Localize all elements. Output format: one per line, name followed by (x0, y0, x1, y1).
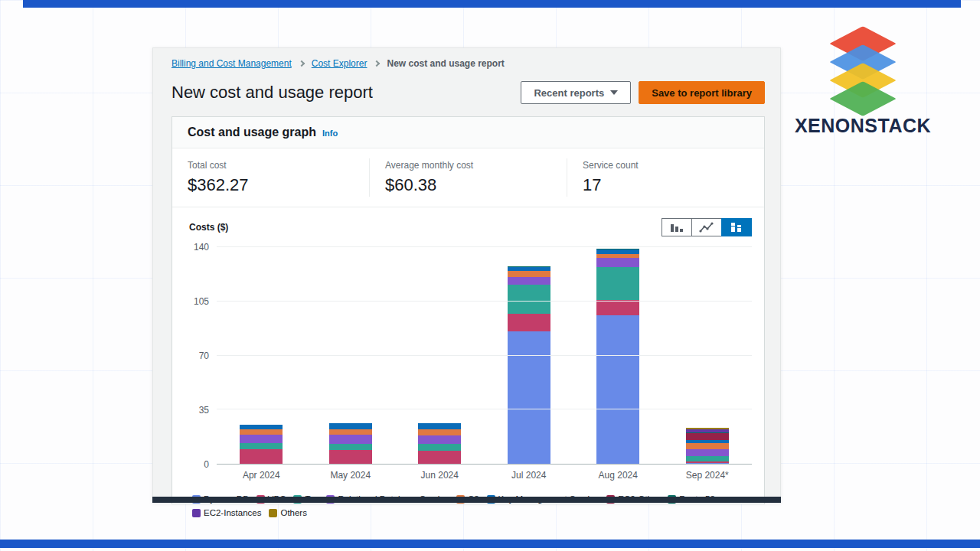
bar-segment (686, 443, 729, 449)
legend-item[interactable]: EC2-Instances (192, 508, 261, 517)
caret-down-icon (610, 90, 618, 95)
y-axis: 03570105140 (181, 247, 217, 465)
stat-total-cost: Total cost $362.27 (172, 158, 369, 197)
bar-segment (596, 267, 639, 299)
bar-segment (418, 423, 461, 429)
y-tick-label: 0 (204, 459, 209, 470)
bar-chart-toggle-button[interactable] (662, 218, 692, 236)
gridline (217, 301, 752, 302)
y-tick-label: 70 (199, 350, 209, 361)
bar-cell (395, 247, 485, 464)
bar-cell (573, 247, 663, 464)
bar-segment (329, 444, 372, 450)
stacked-bar-aug-2024[interactable] (596, 247, 639, 464)
legend-label: EC2-Instances (204, 508, 261, 517)
console-screenshot: Billing and Cost Management Cost Explore… (152, 47, 781, 503)
bar-segment (686, 433, 729, 440)
page-title: New cost and usage report (172, 83, 373, 103)
panel-header: Cost and usage graph Info (172, 117, 764, 148)
recent-reports-button[interactable]: Recent reports (521, 81, 631, 104)
cost-usage-panel: Cost and usage graph Info Total cost $36… (172, 116, 765, 504)
breadcrumb-current-page: New cost and usage report (387, 58, 504, 69)
bar-segment (240, 443, 283, 449)
logo-layer-green (829, 81, 897, 116)
bar-segment (508, 285, 550, 314)
save-to-report-library-button[interactable]: Save to report library (639, 81, 765, 104)
bar-segment (329, 450, 372, 464)
y-tick-label: 140 (194, 242, 209, 253)
page-header: New cost and usage report Recent reports… (172, 81, 765, 104)
brand-name: XENONSTACK (782, 115, 943, 137)
bar-segment (329, 423, 372, 429)
bar-segment (508, 271, 550, 277)
chart-section: Costs ($) (172, 207, 764, 525)
bar-segment (508, 277, 550, 285)
bars-row (217, 247, 752, 464)
chevron-right-icon (299, 60, 305, 67)
bar-segment (686, 463, 729, 464)
stat-value: 17 (583, 175, 749, 195)
breadcrumb: Billing and Cost Management Cost Explore… (172, 58, 765, 69)
stacked-bar-jun-2024[interactable] (418, 247, 461, 464)
stacked-bar-chart-toggle-button[interactable] (721, 218, 752, 236)
recent-reports-label: Recent reports (534, 87, 604, 99)
stat-value: $362.27 (188, 175, 354, 195)
chart-y-axis-title: Costs ($) (189, 222, 228, 233)
bar-segment (596, 258, 639, 267)
bar-segment (418, 451, 461, 464)
x-tick-label: Jun 2024 (395, 470, 485, 481)
xenonstack-brand: XENONSTACK (782, 29, 943, 137)
chevron-right-icon (374, 60, 380, 67)
window-bottom-edge (152, 497, 781, 503)
line-chart-toggle-button[interactable] (691, 218, 722, 236)
stat-average-monthly-cost: Average monthly cost $60.38 (369, 158, 567, 197)
stat-label: Average monthly cost (385, 160, 551, 171)
stat-label: Total cost (188, 160, 354, 171)
bar-segment (508, 314, 550, 331)
x-tick-label: May 2024 (306, 470, 396, 481)
panel-title: Cost and usage graph (188, 126, 316, 139)
page-bottom-accent-bar (0, 540, 980, 548)
bar-segment (418, 444, 461, 450)
legend-label: Others (280, 508, 307, 517)
bar-segment (596, 315, 639, 464)
stacked-bar-jul-2024[interactable] (508, 247, 550, 464)
bar-segment (240, 449, 283, 464)
breadcrumb-billing-link[interactable]: Billing and Cost Management (172, 58, 292, 69)
bar-segment (329, 435, 372, 444)
bar-segment (240, 429, 283, 435)
page-top-accent-bar (23, 0, 961, 8)
stacked-bar-sep-2024-[interactable] (686, 247, 729, 464)
bar-segment (596, 300, 639, 315)
x-tick-label: Jul 2024 (485, 470, 574, 481)
xenonstack-logo-icon (817, 29, 909, 107)
bar-segment (508, 331, 550, 464)
plot-area (217, 247, 752, 465)
info-link[interactable]: Info (322, 129, 338, 138)
legend-item[interactable]: Others (269, 508, 307, 517)
bar-segment (686, 456, 729, 461)
bar-cell (485, 247, 574, 464)
header-actions: Recent reports Save to report library (521, 81, 765, 104)
y-tick-label: 105 (194, 296, 209, 307)
bar-segment (686, 449, 729, 456)
gridline (217, 246, 752, 247)
bar-segment (418, 435, 461, 445)
bar-chart-icon (669, 221, 684, 233)
stacked-bar-apr-2024[interactable] (240, 247, 283, 464)
x-tick-label: Sep 2024* (663, 470, 753, 481)
bar-cell (663, 247, 753, 464)
stat-service-count: Service count 17 (567, 158, 764, 197)
stacked-bar-chart-icon (729, 221, 744, 233)
chart-top-row: Costs ($) (181, 218, 752, 236)
gridline (217, 355, 752, 356)
chart: 03570105140 (181, 247, 752, 465)
bar-cell (306, 247, 396, 464)
breadcrumb-cost-explorer-link[interactable]: Cost Explorer (312, 58, 368, 69)
bar-segment (240, 435, 283, 443)
stacked-bar-may-2024[interactable] (329, 247, 372, 464)
bar-segment (418, 429, 461, 435)
legend-swatch (269, 509, 277, 517)
bar-cell (217, 247, 306, 464)
gridline (217, 409, 752, 409)
